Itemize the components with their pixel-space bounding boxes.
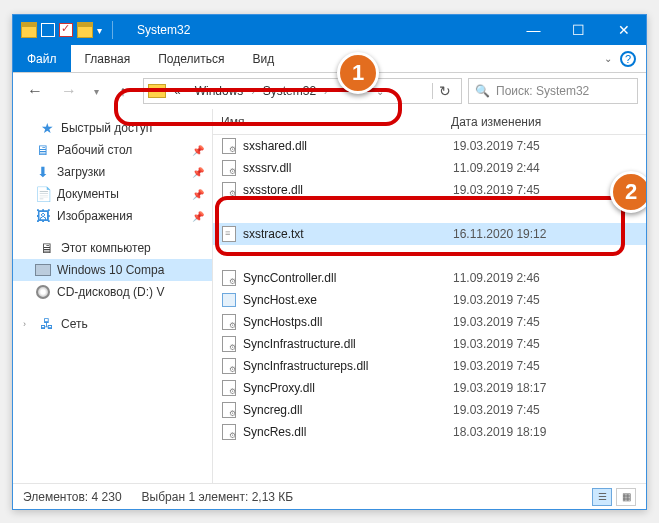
sidebar-network[interactable]: › 🖧 Сеть: [13, 313, 212, 335]
view-details-button[interactable]: ☰: [592, 488, 612, 506]
breadcrumb-system32[interactable]: System32: [257, 84, 322, 98]
star-icon: ★: [39, 120, 55, 136]
file-row[interactable]: SyncHost.exe19.03.2019 7:45: [213, 289, 646, 311]
checkbox-icon[interactable]: [59, 23, 73, 37]
file-name: sxssrv.dll: [243, 161, 453, 175]
file-name: SyncInfrastructureps.dll: [243, 359, 453, 373]
file-date: 18.03.2019 18:19: [453, 425, 546, 439]
ribbon-right: ⌄ ?: [604, 45, 646, 72]
file-row[interactable]: sxssrv.dll11.09.2019 2:44: [213, 157, 646, 179]
file-name: SyncHostps.dll: [243, 315, 453, 329]
ribbon-tab-view[interactable]: Вид: [238, 45, 288, 72]
help-icon[interactable]: ?: [620, 51, 636, 67]
file-row[interactable]: SyncProxy.dll19.03.2019 18:17: [213, 377, 646, 399]
sidebar-item-desktop[interactable]: 🖥Рабочий стол📌: [13, 139, 212, 161]
refresh-icon[interactable]: ↻: [432, 83, 457, 99]
maximize-button[interactable]: ☐: [556, 15, 601, 45]
file-name: sxshared.dll: [243, 139, 453, 153]
search-placeholder: Поиск: System32: [496, 84, 589, 98]
close-button[interactable]: ✕: [601, 15, 646, 45]
drive-icon: [35, 262, 51, 278]
cd-icon: [35, 284, 51, 300]
annotation-badge-1: 1: [337, 52, 379, 94]
search-input[interactable]: 🔍 Поиск: System32: [468, 78, 638, 104]
file-date: 19.03.2019 18:17: [453, 381, 546, 395]
sidebar-item-drive-d[interactable]: CD-дисковод (D:) V: [13, 281, 212, 303]
file-icon: [221, 402, 237, 418]
chevron-right-icon[interactable]: ›: [324, 86, 327, 97]
properties-icon[interactable]: [41, 23, 55, 37]
pin-icon: 📌: [192, 189, 204, 200]
file-icon: [221, 358, 237, 374]
sidebar-item-drive-c[interactable]: Windows 10 Compa: [13, 259, 212, 281]
file-date: 19.03.2019 7:45: [453, 315, 540, 329]
file-row[interactable]: sxsstore.dll19.03.2019 7:45: [213, 179, 646, 201]
ribbon-tab-home[interactable]: Главная: [71, 45, 145, 72]
file-row[interactable]: SyncHostps.dll19.03.2019 7:45: [213, 311, 646, 333]
breadcrumb-windows[interactable]: Windows: [189, 84, 250, 98]
file-row[interactable]: [213, 201, 646, 223]
file-row[interactable]: [213, 245, 646, 267]
view-icons-button[interactable]: ▦: [616, 488, 636, 506]
status-elements: Элементов: 4 230: [23, 490, 122, 504]
file-row[interactable]: SyncController.dll11.09.2019 2:46: [213, 267, 646, 289]
recent-dropdown-icon[interactable]: ▾: [89, 77, 103, 105]
sidebar-item-downloads[interactable]: ⬇Загрузки📌: [13, 161, 212, 183]
status-bar: Элементов: 4 230 Выбран 1 элемент: 2,13 …: [13, 483, 646, 509]
sidebar-item-images[interactable]: 🖼Изображения📌: [13, 205, 212, 227]
file-name: sxsstore.dll: [243, 183, 453, 197]
column-name[interactable]: Имя: [221, 115, 451, 129]
window-controls: — ☐ ✕: [511, 15, 646, 45]
search-icon: 🔍: [475, 84, 490, 98]
file-row[interactable]: SyncInfrastructureps.dll19.03.2019 7:45: [213, 355, 646, 377]
sidebar-quick-access[interactable]: ★ Быстрый доступ: [13, 117, 212, 139]
chevron-right-icon[interactable]: ›: [251, 86, 254, 97]
column-date[interactable]: Дата изменения: [451, 115, 646, 129]
ribbon-tab-share[interactable]: Поделиться: [144, 45, 238, 72]
file-icon: [221, 138, 237, 154]
file-name: SyncController.dll: [243, 271, 453, 285]
address-bar[interactable]: « Windows › System32 › ⌄ ↻: [143, 78, 462, 104]
file-date: 19.03.2019 7:45: [453, 293, 540, 307]
file-icon: [221, 226, 237, 242]
folder-icon-2[interactable]: [77, 22, 93, 38]
column-headers: Имя Дата изменения: [213, 109, 646, 135]
file-date: 19.03.2019 7:45: [453, 337, 540, 351]
file-icon: [221, 270, 237, 286]
sidebar-label: Быстрый доступ: [61, 121, 152, 135]
sidebar-this-pc[interactable]: 🖥 Этот компьютер: [13, 237, 212, 259]
folder-icon: [21, 22, 37, 38]
qat-dropdown-icon[interactable]: ▾: [97, 25, 102, 36]
file-row[interactable]: sxshared.dll19.03.2019 7:45: [213, 135, 646, 157]
expand-icon[interactable]: ›: [23, 319, 33, 329]
navigation-bar: ← → ▾ ↑ « Windows › System32 › ⌄ ↻ 🔍 Пои…: [13, 73, 646, 109]
explorer-window: ▾ System32 — ☐ ✕ Файл Главная Поделиться…: [12, 14, 647, 510]
separator: [112, 21, 113, 39]
pin-icon: 📌: [192, 167, 204, 178]
file-icon: [221, 182, 237, 198]
minimize-button[interactable]: —: [511, 15, 556, 45]
forward-button[interactable]: →: [55, 77, 83, 105]
file-icon: [221, 204, 237, 220]
titlebar[interactable]: ▾ System32 — ☐ ✕: [13, 15, 646, 45]
annotation-badge-2: 2: [610, 171, 646, 213]
file-name: SyncInfrastructure.dll: [243, 337, 453, 351]
sidebar-item-documents[interactable]: 📄Документы📌: [13, 183, 212, 205]
navigation-pane: ★ Быстрый доступ 🖥Рабочий стол📌 ⬇Загрузк…: [13, 109, 213, 483]
file-date: 16.11.2020 19:12: [453, 227, 546, 241]
file-row[interactable]: Syncreg.dll19.03.2019 7:45: [213, 399, 646, 421]
file-name: SyncProxy.dll: [243, 381, 453, 395]
file-tab[interactable]: Файл: [13, 45, 71, 72]
body: ★ Быстрый доступ 🖥Рабочий стол📌 ⬇Загрузк…: [13, 109, 646, 483]
file-list[interactable]: sxshared.dll19.03.2019 7:45sxssrv.dll11.…: [213, 135, 646, 483]
file-row[interactable]: SyncInfrastructure.dll19.03.2019 7:45: [213, 333, 646, 355]
file-row[interactable]: sxstrace.txt16.11.2020 19:12: [213, 223, 646, 245]
back-button[interactable]: ←: [21, 77, 49, 105]
up-button[interactable]: ↑: [109, 77, 137, 105]
file-row[interactable]: SyncRes.dll18.03.2019 18:19: [213, 421, 646, 443]
chevron-down-icon[interactable]: ⌄: [604, 53, 612, 64]
breadcrumb-prefix[interactable]: «: [168, 84, 187, 98]
file-date: 19.03.2019 7:45: [453, 359, 540, 373]
file-icon: [221, 336, 237, 352]
file-name: SyncHost.exe: [243, 293, 453, 307]
